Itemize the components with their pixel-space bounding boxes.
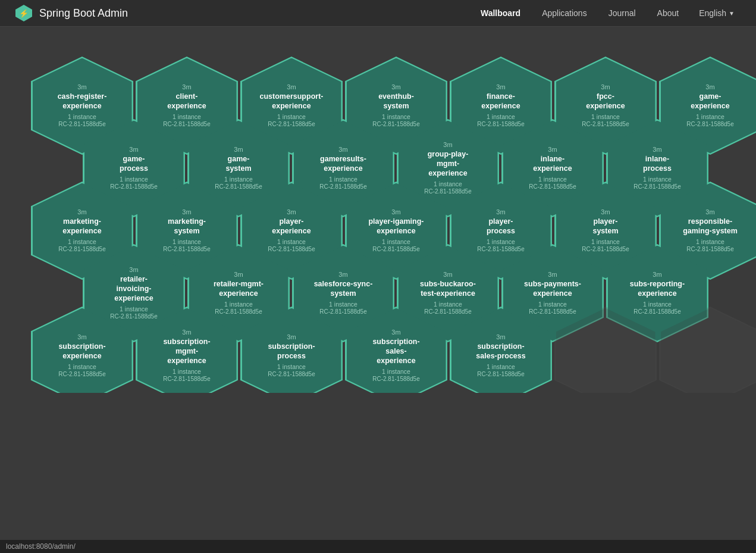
hex-version: RC-2.81-1588d5e (58, 246, 106, 252)
hex-instance-count: 1 instance (382, 114, 410, 120)
hex-version: RC-2.81-1588d5e (110, 314, 158, 320)
hex-app-name: responsible-gaming-system (683, 217, 738, 236)
wallboard-container: 3m cash-register-experience 1 instance R… (0, 27, 756, 393)
hex-app-name: player-system (592, 217, 618, 236)
hex-instance-count: 1 instance (696, 239, 724, 245)
hex-instance-count: 1 instance (643, 301, 672, 308)
hex-version: RC-2.81-1588d5e (319, 184, 367, 190)
hex-time: 3m (234, 271, 243, 278)
hex-app-name: player-experience (272, 217, 310, 236)
brand-logo: ⚡ (14, 4, 33, 23)
hex-version: RC-2.81-1588d5e (633, 309, 681, 315)
hex-version: RC-2.81-1588d5e (582, 246, 629, 252)
hex-time: 3m (391, 84, 400, 90)
hex-version: RC-2.81-1588d5e (372, 121, 420, 127)
hex-time: 3m (548, 271, 557, 278)
hex-version: RC-2.81-1588d5e (58, 371, 106, 377)
status-url: localhost:8080/admin/ (6, 542, 76, 551)
hex-instance-count: 1 instance (172, 239, 201, 245)
hex-time: 3m (129, 146, 138, 153)
navbar: ⚡ Spring Boot Admin Wallboard Applicatio… (0, 0, 756, 27)
hex-app-name: subs-buckaroo-test-experience (420, 280, 476, 298)
hex-instance-count: 1 instance (277, 114, 306, 120)
hex-instance-count: 1 instance (172, 368, 201, 375)
hex-time: 3m (182, 84, 191, 90)
hex-time: 3m (391, 209, 400, 215)
hex-app-name: gameresults-experience (320, 155, 366, 173)
hex-time: 3m (496, 334, 505, 340)
hex-version: RC-2.81-1588d5e (686, 246, 734, 252)
svg-text:⚡: ⚡ (19, 8, 29, 18)
hex-instance-count: 1 instance (487, 239, 515, 245)
hex-time: 3m (601, 209, 610, 215)
hex-time: 3m (182, 329, 191, 336)
hex-time: 3m (338, 271, 347, 278)
status-bar: localhost:8080/admin/ (0, 540, 756, 553)
hex-version: RC-2.81-1588d5e (110, 184, 158, 190)
hex-time: 3m (705, 209, 714, 215)
hex-app-name: game-system (225, 155, 251, 173)
language-selector[interactable]: English ▼ (692, 4, 742, 23)
nav-journal[interactable]: Journal (600, 4, 644, 23)
hex-version: RC-2.81-1588d5e (424, 309, 472, 315)
hex-time: 3m (705, 84, 714, 90)
hex-time: 3m (548, 146, 557, 153)
hex-time: 3m (77, 209, 86, 215)
hex-instance-count: 1 instance (487, 364, 515, 370)
hex-app-name: retailer-invoicing-experience (114, 275, 153, 303)
hex-instance-count: 1 instance (68, 239, 96, 245)
hex-app-name: player-process (487, 217, 515, 236)
hex-time: 3m (234, 146, 243, 153)
hex-app-name: subs-reporting-experience (630, 280, 685, 298)
hex-app-name: subs-payments-experience (524, 280, 581, 298)
hex-instance-count: 1 instance (120, 306, 148, 313)
nav-wallboard[interactable]: Wallboard (472, 4, 529, 23)
hex-instance-count: 1 instance (696, 114, 724, 120)
brand: ⚡ Spring Boot Admin (14, 4, 128, 23)
nav-about[interactable]: About (649, 4, 688, 23)
hex-instance-count: 1 instance (382, 239, 410, 245)
nav-applications[interactable]: Applications (534, 4, 595, 23)
hex-version: RC-2.81-1588d5e (582, 121, 629, 127)
hex-instance-count: 1 instance (538, 176, 567, 183)
hex-instance-count: 1 instance (434, 301, 462, 308)
hex-app-name: client-experience (167, 92, 206, 111)
hex-version: RC-2.81-1588d5e (58, 121, 106, 127)
hex-instance-count: 1 instance (329, 176, 357, 183)
hex-app-name: marketing-experience (62, 217, 101, 236)
hex-instance-count: 1 instance (591, 239, 620, 245)
hex-version: RC-2.81-1588d5e (215, 309, 262, 315)
hex-instance-count: 1 instance (591, 114, 620, 120)
hex-app-name: inlane-experience (533, 155, 572, 173)
hex-time: 3m (182, 209, 191, 215)
hex-app-name: subscription-experience (58, 342, 105, 361)
hex-version: RC-2.81-1588d5e (686, 121, 734, 127)
hex-app-name: eventhub-system (378, 92, 414, 111)
hex-version: RC-2.81-1588d5e (529, 184, 576, 190)
hex-instance-count: 1 instance (487, 114, 515, 120)
hex-time: 3m (496, 84, 505, 90)
hex-instance-count: 1 instance (224, 301, 253, 308)
hex-version: RC-2.81-1588d5e (215, 184, 262, 190)
hex-app-name: retailer-mgmt-experience (214, 280, 263, 298)
hex-version: RC-2.81-1588d5e (163, 246, 211, 252)
hex-app-name: subscription-sales-process (476, 342, 525, 361)
hex-version: RC-2.81-1588d5e (424, 189, 472, 195)
hex-version: RC-2.81-1588d5e (477, 371, 525, 377)
hex-instance-count: 1 instance (277, 364, 306, 370)
hex-time: 3m (496, 209, 505, 215)
language-label: English (699, 8, 726, 18)
hex-app-name: subscription-process (268, 342, 315, 361)
brand-title: Spring Boot Admin (39, 7, 128, 20)
hex-grid: 3m cash-register-experience 1 instance R… (18, 57, 738, 369)
chevron-down-icon: ▼ (729, 10, 735, 17)
hex-instance-count: 1 instance (120, 176, 148, 183)
hex-version: RC-2.81-1588d5e (633, 184, 681, 190)
hex-time: 3m (443, 142, 452, 148)
hex-app-name: player-igaming-experience (368, 217, 424, 236)
hex-app-name: subscription-mgmt-experience (163, 338, 210, 365)
hex-version: RC-2.81-1588d5e (372, 246, 420, 252)
navbar-nav: Wallboard Applications Journal About Eng… (472, 4, 742, 23)
hex-version: RC-2.81-1588d5e (477, 121, 525, 127)
hex-time: 3m (653, 146, 661, 153)
